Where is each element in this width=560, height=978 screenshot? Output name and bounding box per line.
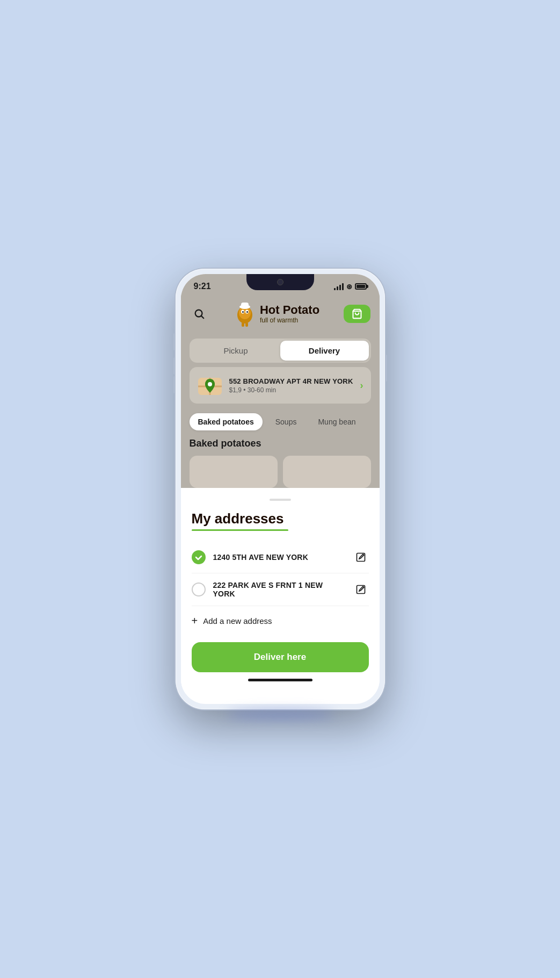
battery-fill [357, 285, 365, 288]
bottom-sheet: My addresses 1240 5TH AVE NEW YORK [181, 490, 380, 694]
my-addresses-title: My addresses [192, 510, 369, 527]
address-item-1[interactable]: 1240 5TH AVE NEW YORK [192, 542, 369, 573]
logo-subtitle: full of warmth [260, 317, 319, 324]
delivery-address-info: 552 BROADWAY APT 4R NEW YORK $1,9 • 30-6… [229, 377, 354, 394]
add-plus-icon: + [192, 615, 198, 627]
products-row [181, 452, 380, 488]
category-soups[interactable]: Soups [267, 413, 306, 430]
wifi-icon: ⊛ [346, 283, 352, 291]
address-1-text: 1240 5TH AVE NEW YORK [213, 553, 345, 562]
svg-rect-9 [241, 303, 249, 308]
delivery-address-street: 552 BROADWAY APT 4R NEW YORK [229, 377, 354, 385]
app-background: Hot Potato full of warmth Pickup Deliver… [181, 294, 380, 488]
logo-text: Hot Potato full of warmth [260, 304, 319, 324]
app-header: Hot Potato full of warmth [181, 294, 380, 334]
bar4 [342, 283, 344, 290]
bar2 [337, 286, 338, 290]
deliver-here-button[interactable]: Deliver here [192, 642, 369, 672]
logo-area: Hot Potato full of warmth [233, 300, 319, 328]
category-tabs: Baked potatoes Soups Mung bean [181, 408, 380, 434]
section-title: Baked potatoes [181, 434, 380, 452]
bar3 [339, 285, 341, 290]
edit-address-1-button[interactable] [353, 549, 369, 565]
battery-body [355, 283, 367, 290]
bar1 [334, 288, 336, 290]
map-icon [197, 372, 223, 398]
svg-line-1 [201, 316, 203, 318]
camera [277, 279, 283, 285]
edit-address-2-button[interactable] [353, 581, 369, 598]
product-card-1[interactable] [190, 456, 278, 488]
phone-frame: 9:21 ⊛ [176, 269, 385, 709]
delivery-address-row[interactable]: 552 BROADWAY APT 4R NEW YORK $1,9 • 30-6… [190, 367, 371, 404]
logo-title: Hot Potato [260, 304, 319, 317]
add-address-label: Add a new address [203, 616, 272, 625]
category-baked-potatoes[interactable]: Baked potatoes [190, 413, 263, 430]
delivery-tab[interactable]: Delivery [280, 341, 369, 361]
address-2-text: 222 PARK AVE S FRNT 1 NEW YORK [213, 581, 345, 598]
order-type-toggle: Pickup Delivery [190, 339, 371, 363]
svg-point-17 [208, 382, 212, 386]
product-card-2[interactable] [283, 456, 371, 488]
logo-mascot [233, 300, 257, 328]
svg-point-7 [246, 311, 248, 313]
sheet-handle [270, 499, 291, 501]
svg-point-6 [242, 311, 244, 313]
address-item-2[interactable]: 222 PARK AVE S FRNT 1 NEW YORK [192, 573, 369, 606]
svg-rect-11 [245, 322, 248, 327]
phone-screen: 9:21 ⊛ [181, 274, 380, 704]
status-time: 9:21 [194, 282, 211, 291]
chevron-right-icon: › [360, 380, 363, 391]
signal-icon [334, 283, 344, 290]
home-indicator [248, 679, 312, 681]
add-address-row[interactable]: + Add a new address [192, 606, 369, 638]
svg-rect-10 [242, 322, 244, 327]
battery-icon [355, 283, 367, 290]
cart-button[interactable] [344, 305, 370, 323]
title-underline [192, 529, 288, 531]
phone-shadow [227, 709, 334, 720]
radio-unselected-icon [192, 583, 206, 596]
search-button[interactable] [190, 304, 209, 323]
pickup-tab[interactable]: Pickup [192, 341, 280, 361]
radio-selected-icon [192, 550, 206, 564]
notch [246, 274, 314, 290]
category-mung-bean[interactable]: Mung bean [309, 413, 364, 430]
delivery-address-details: $1,9 • 30-60 min [229, 386, 354, 394]
status-icons: ⊛ [334, 283, 367, 291]
